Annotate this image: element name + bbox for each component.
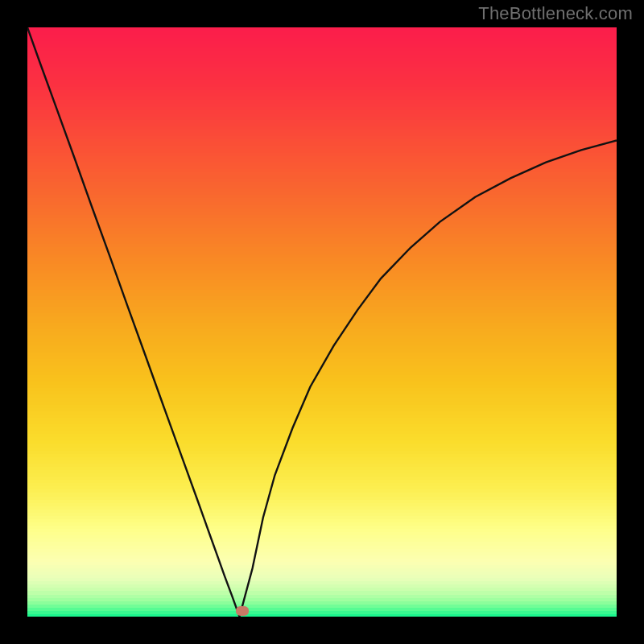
chart-frame: { "watermark": "TheBottleneck.com", "col… (0, 0, 644, 644)
plot-area (27, 27, 617, 617)
min-point-marker (236, 606, 249, 616)
watermark: TheBottleneck.com (478, 3, 633, 24)
bottleneck-curve (27, 27, 617, 617)
